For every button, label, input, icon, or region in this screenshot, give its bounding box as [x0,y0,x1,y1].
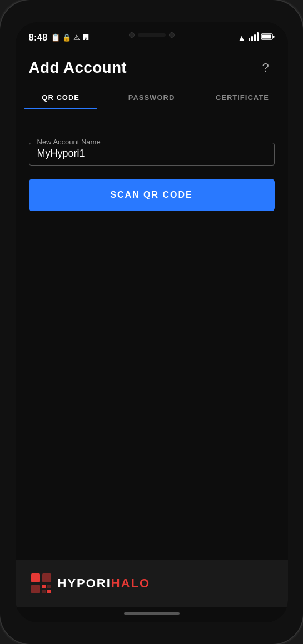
account-name-label: New Account Name [35,138,103,146]
svg-rect-2 [254,34,256,41]
svg-rect-10 [31,585,40,593]
brand-logo-icon [29,571,53,596]
svg-rect-0 [249,38,250,41]
bottom-branding: HYPORIHALO [16,560,288,607]
storage-icon: 🖪 [82,33,90,42]
wifi-icon: ▲ [238,33,246,42]
tab-certificate[interactable]: CERTIFICATE [197,87,287,109]
signal-icon [249,32,259,43]
svg-rect-12 [47,585,51,588]
header: Add Account ? [16,53,288,87]
svg-rect-8 [31,573,40,582]
tab-password[interactable]: PASSWORD [106,87,197,109]
clipboard-icon: 📋 [51,33,60,42]
svg-rect-11 [42,585,46,588]
page-title: Add Account [29,59,127,77]
account-name-input[interactable] [37,148,266,159]
home-indicator-bar [124,612,180,615]
status-right-icons: ▲ [238,32,275,43]
lock-icon: 🔒 [62,33,71,42]
svg-rect-14 [47,590,51,593]
brand-halo: HALO [111,576,150,590]
tab-qr-code[interactable]: QR CODE [16,87,106,109]
status-icons: 📋 🔒 ⚠ 🖪 [51,33,90,42]
brand-text: HYPORIHALO [58,576,151,591]
home-indicator [16,607,288,622]
svg-rect-6 [272,36,274,38]
status-bar: 8:48 📋 🔒 ⚠ 🖪 ▲ [16,22,288,53]
status-time: 8:48 [29,33,48,43]
scan-qr-button[interactable]: SCAN QR CODE [29,179,275,211]
tabs: QR CODE PASSWORD CERTIFICATE [16,87,288,109]
brand-hypori: HYPORI [58,576,111,590]
svg-rect-1 [251,36,253,41]
battery-icon [261,33,275,42]
svg-rect-9 [42,573,51,582]
main-content: New Account Name SCAN QR CODE [16,109,288,560]
help-button[interactable]: ? [257,59,275,77]
svg-rect-3 [257,32,259,41]
account-name-field[interactable]: New Account Name [29,143,275,166]
warning-icon: ⚠ [73,33,80,42]
svg-rect-5 [262,35,271,39]
svg-rect-13 [42,590,46,593]
